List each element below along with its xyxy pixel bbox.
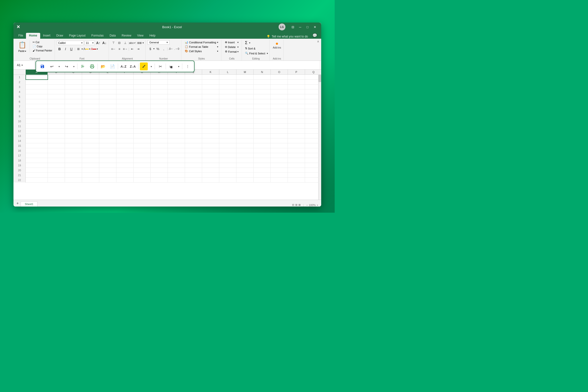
grid-cell[interactable] (305, 148, 318, 153)
grid-cell[interactable] (185, 134, 202, 138)
grid-cell[interactable] (48, 128, 65, 134)
ft-cut-button[interactable]: ✂ (156, 62, 164, 70)
grid-cell[interactable] (99, 84, 116, 90)
grid-cell[interactable] (288, 124, 305, 128)
grid-cell[interactable] (26, 84, 48, 90)
grid-cell[interactable] (202, 104, 219, 109)
grid-cell[interactable] (305, 173, 318, 178)
grid-cell[interactable] (219, 109, 236, 114)
grid-cell[interactable] (254, 153, 271, 158)
grid-cell[interactable] (65, 84, 82, 90)
page-layout-view-button[interactable]: ⊞ (295, 203, 298, 206)
grid-cell[interactable] (288, 158, 305, 163)
paste-dropdown-icon[interactable]: ▾ (25, 50, 26, 52)
grid-cell[interactable] (254, 148, 271, 153)
grid-cell[interactable] (288, 168, 305, 173)
grid-cell[interactable] (271, 128, 288, 134)
grid-cell[interactable] (288, 143, 305, 148)
grid-cell[interactable] (116, 168, 134, 173)
grid-cell[interactable] (168, 119, 185, 124)
grid-cell[interactable] (185, 124, 202, 128)
grid-cell[interactable] (65, 119, 82, 124)
grid-cell[interactable] (65, 173, 82, 178)
grid-cell[interactable] (99, 168, 116, 173)
grid-cell[interactable] (99, 114, 116, 119)
grid-cell[interactable] (168, 128, 185, 134)
grid-cell[interactable] (254, 128, 271, 134)
grid-cell[interactable] (202, 173, 219, 178)
grid-cell[interactable] (219, 163, 236, 168)
grid-cell[interactable] (134, 178, 151, 182)
grid-cell[interactable] (26, 128, 48, 134)
grid-cell[interactable] (254, 75, 271, 80)
font-color-button[interactable]: A (91, 46, 96, 52)
grid-cell[interactable] (185, 75, 202, 80)
grid-cell[interactable] (116, 173, 134, 178)
grid-cell[interactable] (305, 134, 318, 138)
grid-cell[interactable] (26, 119, 48, 124)
grid-cell[interactable] (151, 94, 168, 99)
grid-cell[interactable] (99, 124, 116, 128)
grid-cell[interactable] (254, 109, 271, 114)
grid-cell[interactable] (82, 173, 99, 178)
grid-cell[interactable] (288, 84, 305, 90)
tab-home[interactable]: Home (26, 33, 40, 39)
grid-cell[interactable] (99, 178, 116, 182)
grid-cell[interactable] (168, 168, 185, 173)
grid-cell[interactable] (236, 75, 254, 80)
grid-cell[interactable] (151, 109, 168, 114)
grid-cell[interactable] (271, 124, 288, 128)
grid-cell[interactable] (168, 80, 185, 84)
grid-cell[interactable] (99, 173, 116, 178)
addins-button[interactable]: ● Add-ins (272, 40, 282, 50)
grid-cell[interactable] (254, 94, 271, 99)
grid-cell[interactable] (82, 99, 99, 104)
grid-cell[interactable] (168, 163, 185, 168)
grid-cell[interactable] (82, 153, 99, 158)
grid-cell[interactable] (134, 114, 151, 119)
grid-cell[interactable] (151, 178, 168, 182)
grid-cell[interactable] (116, 124, 134, 128)
grid-cell[interactable] (151, 153, 168, 158)
grid-cell[interactable] (99, 148, 116, 153)
grid-cell[interactable] (116, 148, 134, 153)
grid-cell[interactable] (116, 128, 134, 134)
grid-cell[interactable] (168, 84, 185, 90)
grid-cell[interactable] (26, 163, 48, 168)
number-format-dropdown[interactable]: General ▾ (148, 40, 170, 44)
col-header-k[interactable]: K (202, 70, 219, 74)
grid-cell[interactable] (99, 153, 116, 158)
grid-cell[interactable] (134, 84, 151, 90)
grid-cell[interactable] (26, 148, 48, 153)
copy-button[interactable]: 📄 Copy (32, 44, 53, 48)
grid-cell[interactable] (99, 158, 116, 163)
grid-cell[interactable] (134, 134, 151, 138)
grid-cell[interactable] (185, 109, 202, 114)
grid-cell[interactable] (134, 163, 151, 168)
grid-cell[interactable] (26, 153, 48, 158)
grid-cell[interactable] (168, 109, 185, 114)
decrease-decimal-button[interactable]: .0← (168, 46, 174, 52)
grid-cell[interactable] (219, 75, 236, 80)
grid-cell[interactable] (288, 80, 305, 84)
grid-cell[interactable] (219, 178, 236, 182)
grid-cell[interactable] (168, 90, 185, 94)
grid-cell[interactable] (236, 94, 254, 99)
grid-cell[interactable] (48, 138, 65, 143)
grid-cell[interactable] (236, 143, 254, 148)
grid-cell[interactable] (82, 104, 99, 109)
grid-cell[interactable] (48, 90, 65, 94)
grid-cell[interactable] (116, 114, 134, 119)
grid-cell[interactable] (254, 173, 271, 178)
grid-cell[interactable] (151, 163, 168, 168)
ft-paste-dropdown-arrow-button[interactable]: ▾ (177, 62, 180, 70)
grid-cell[interactable] (82, 134, 99, 138)
grid-cell[interactable] (271, 178, 288, 182)
grid-cell[interactable] (219, 158, 236, 163)
grid-cell[interactable] (271, 99, 288, 104)
grid-cell[interactable] (254, 104, 271, 109)
grid-cell[interactable] (254, 138, 271, 143)
grid-cell[interactable] (48, 80, 65, 84)
grid-cell[interactable] (99, 94, 116, 99)
grid-cell[interactable] (288, 153, 305, 158)
